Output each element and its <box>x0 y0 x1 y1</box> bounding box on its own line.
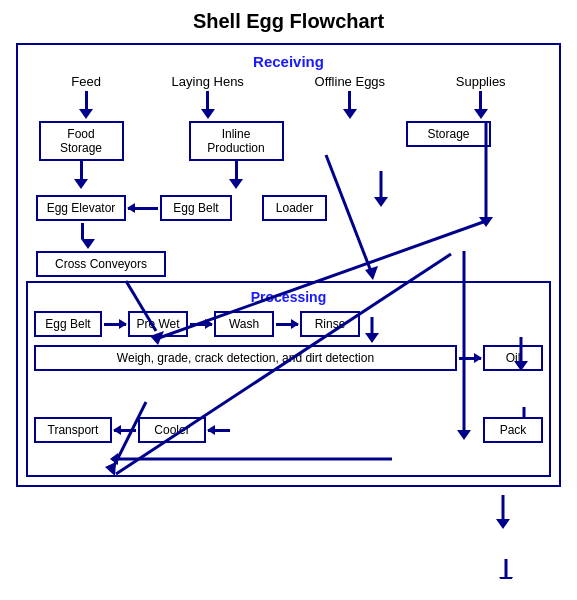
offline-eggs-label: Offline Eggs <box>315 74 386 89</box>
proc-row-2: Weigh, grade, crack detection, and dirt … <box>34 341 543 375</box>
supplies-label: Supplies <box>456 74 506 89</box>
storage-box: Storage <box>406 121 491 147</box>
cooler-box: Cooler <box>138 417 206 443</box>
food-storage-col: Food Storage <box>36 121 126 189</box>
elevator-down-col <box>26 223 551 249</box>
egg-elevator-box: Egg Elevator <box>36 195 126 221</box>
prewet-to-wash-arrow <box>190 323 212 326</box>
transport-pack-arrow-svg <box>112 449 412 469</box>
wash-box: Wash <box>214 311 274 337</box>
oil-box: Oil <box>483 345 543 371</box>
laying-hens-label: Laying Hens <box>172 74 244 89</box>
elevator-to-cc-arrow <box>81 239 95 249</box>
supplies-arrow-line <box>479 91 482 109</box>
pack-to-cooler-arrow <box>208 429 230 432</box>
offline-eggs-col: Offline Eggs <box>315 74 386 119</box>
laying-hens-arrow-head <box>201 109 215 119</box>
row2: Egg Elevator Egg Belt Loader <box>26 195 551 221</box>
laying-hens-col: Laying Hens <box>172 74 244 119</box>
feed-label: Feed <box>71 74 101 89</box>
inline-prod-down-arrow <box>229 179 243 189</box>
rinse-box: Rinse <box>300 311 360 337</box>
offline-eggs-arrow-line <box>348 91 351 109</box>
loader-box: Loader <box>262 195 327 221</box>
transport-box: Transport <box>34 417 112 443</box>
proc-egg-belt-box: Egg Belt <box>34 311 102 337</box>
weigh-grade-box: Weigh, grade, crack detection, and dirt … <box>34 345 457 371</box>
inline-production-box: InlineProduction <box>189 121 284 161</box>
pack-box: Pack <box>483 417 543 443</box>
egg-belt-to-elevator-arrow <box>128 207 158 210</box>
cooler-to-transport-arrow <box>114 429 136 432</box>
storage-col: Storage <box>356 121 541 147</box>
pre-wet-box: Pre Wet <box>128 311 188 337</box>
receiving-label: Receiving <box>26 53 551 70</box>
svg-marker-23 <box>496 519 510 529</box>
processing-label: Processing <box>34 289 543 305</box>
laying-hens-arrow-line <box>206 91 209 109</box>
flowchart-container: Receiving Feed Laying Hens Offline Eggs <box>16 43 561 487</box>
offline-eggs-arrow-head <box>343 109 357 119</box>
row3: Cross Conveyors <box>26 251 551 277</box>
proc-row-3: Transport Cooler Pack <box>34 417 543 443</box>
feed-arrow-line <box>85 91 88 109</box>
processing-container: Processing Egg Belt Pre Wet Wash Rinse W… <box>26 281 551 477</box>
inline-prod-col: InlineProduction <box>176 121 296 189</box>
feed-arrow-head <box>79 109 93 119</box>
inline-prod-down-line <box>235 161 238 179</box>
proc-row-3b <box>34 449 543 469</box>
main-box: Receiving Feed Laying Hens Offline Eggs <box>16 43 561 487</box>
weigh-grade-row: Weigh, grade, crack detection, and dirt … <box>34 345 543 371</box>
supplies-arrow-head <box>474 109 488 119</box>
cross-conveyors-box: Cross Conveyors <box>36 251 166 277</box>
elevator-to-cc-line <box>81 223 84 239</box>
svg-marker-25 <box>499 577 513 579</box>
egg-belt-top-box: Egg Belt <box>160 195 232 221</box>
proc-row-1: Egg Belt Pre Wet Wash Rinse <box>34 311 543 337</box>
egg-belt-to-prewet-arrow <box>104 323 126 326</box>
svg-marker-12 <box>110 453 118 465</box>
page-title: Shell Egg Flowchart <box>193 10 384 33</box>
proc-row-2-wrapper: Weigh, grade, crack detection, and dirt … <box>34 341 543 375</box>
processing-section: Processing Egg Belt Pre Wet Wash Rinse W… <box>26 281 551 477</box>
food-storage-down-arrow <box>74 179 88 189</box>
weigh-to-oil-arrow <box>459 357 481 360</box>
food-storage-box: Food Storage <box>39 121 124 161</box>
wash-to-rinse-arrow <box>276 323 298 326</box>
food-storage-down-line <box>80 161 83 179</box>
supplies-col: Supplies <box>456 74 506 119</box>
feed-col: Feed <box>71 74 101 119</box>
top-inputs: Feed Laying Hens Offline Eggs Supplies <box>26 74 551 119</box>
